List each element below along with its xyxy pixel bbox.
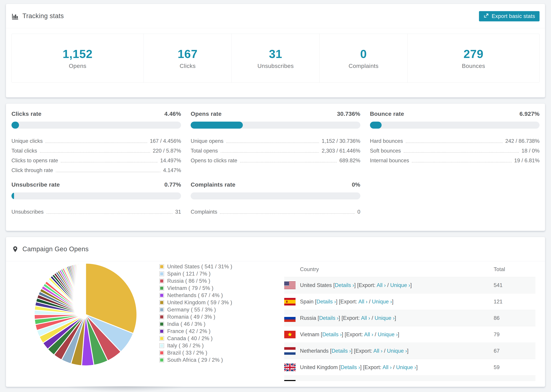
geo-opens-card: Campaign Geo Opens United States ( 541 /… bbox=[6, 237, 545, 387]
legend-swatch bbox=[159, 307, 164, 312]
rate-row-value: 31 bbox=[175, 209, 181, 215]
rate-value: 0% bbox=[352, 181, 360, 188]
rate-row-label: Total opens bbox=[191, 148, 218, 154]
details-link[interactable]: Details › bbox=[322, 331, 342, 337]
rate-progress-track bbox=[11, 192, 181, 199]
legend-item-india[interactable]: India ( 46 / 3% ) bbox=[159, 321, 232, 328]
rate-value: 6.927% bbox=[520, 111, 540, 117]
dotted-leader bbox=[412, 162, 511, 162]
summary-value: 279 bbox=[464, 47, 483, 61]
rate-row: Internal bounces19 / 6.81% bbox=[370, 154, 540, 164]
rate-rows: Unsubscribes31 bbox=[11, 205, 181, 215]
export-all-link[interactable]: All › bbox=[377, 282, 386, 288]
legend-item-vietnam[interactable]: Vietnam ( 79 / 5% ) bbox=[159, 285, 232, 292]
export-basic-stats-button[interactable]: Export basic stats bbox=[479, 11, 540, 21]
export-unique-link[interactable]: Unique › bbox=[390, 282, 410, 288]
legend-swatch-color bbox=[160, 358, 163, 362]
export-unique-link[interactable]: Unique › bbox=[387, 348, 407, 354]
export-all-link[interactable]: All › bbox=[361, 315, 370, 321]
legend-item-russia[interactable]: Russia ( 86 / 5% ) bbox=[159, 277, 232, 285]
total-cell: 79 bbox=[494, 331, 536, 338]
rate-row-value: 2,303 / 61.446% bbox=[322, 148, 360, 154]
flag-icon-es bbox=[284, 298, 296, 305]
rate-value: 4.46% bbox=[164, 111, 181, 117]
rate-title-row: Complaints rate0% bbox=[191, 181, 360, 188]
legend-item-netherlands[interactable]: Netherlands ( 67 / 4% ) bbox=[159, 292, 232, 299]
export-unique-link[interactable]: Unique › bbox=[396, 364, 416, 370]
export-unique-link[interactable]: Unique › bbox=[372, 299, 392, 305]
legend-swatch-color bbox=[160, 265, 163, 268]
rate-value: 0.77% bbox=[164, 181, 181, 188]
table-row-spain: Spain [Details ›] [Export: All › / Uniqu… bbox=[284, 293, 536, 310]
export-unique-link[interactable]: Unique › bbox=[374, 315, 395, 321]
legend-label: Brazil ( 33 / 2% ) bbox=[167, 350, 207, 356]
country-cell: United States [Details ›] [Export: All ›… bbox=[300, 282, 494, 288]
legend-label: South Africa ( 29 / 2% ) bbox=[167, 357, 223, 363]
table-row-russia: Russia [Details ›] [Export: All › / Uniq… bbox=[284, 310, 536, 326]
dotted-leader bbox=[406, 142, 502, 143]
details-link[interactable]: Details › bbox=[317, 299, 336, 305]
legend-item-united-states[interactable]: United States ( 541 / 31% ) bbox=[159, 263, 232, 270]
export-all-link[interactable]: All › bbox=[358, 299, 367, 305]
export-all-link[interactable]: All › bbox=[364, 331, 373, 337]
rate-rows: Hard bounces242 / 86.738%Soft bounces18 … bbox=[370, 134, 540, 164]
table-row-vietnam: Vietnam [Details ›] [Export: All › / Uni… bbox=[284, 326, 536, 343]
legend-swatch-color bbox=[160, 301, 163, 304]
details-link[interactable]: Details › bbox=[332, 348, 351, 354]
table-row-united-states: United States [Details ›] [Export: All ›… bbox=[284, 277, 536, 293]
details-link[interactable]: Details › bbox=[341, 364, 360, 370]
legend-label: Netherlands ( 67 / 4% ) bbox=[167, 292, 223, 298]
legend-swatch-color bbox=[160, 344, 163, 347]
dotted-leader bbox=[46, 142, 147, 143]
total-cell: 86 bbox=[494, 315, 536, 321]
details-link[interactable]: Details › bbox=[335, 282, 354, 288]
legend-item-italy[interactable]: Italy ( 36 / 2% ) bbox=[159, 342, 232, 349]
rate-title: Bounce rate bbox=[370, 111, 404, 117]
rates-grid: Clicks rate4.46%Unique clicks167 / 4.456… bbox=[6, 104, 545, 215]
dotted-leader bbox=[40, 152, 150, 153]
export-icon bbox=[483, 13, 489, 20]
rate-progress-fill bbox=[11, 122, 19, 129]
legend-item-canada[interactable]: Canada ( 40 / 2% ) bbox=[159, 335, 232, 342]
legend-item-united-kingdom[interactable]: United Kingdom ( 59 / 3% ) bbox=[159, 299, 232, 306]
legend-item-spain[interactable]: Spain ( 121 / 7% ) bbox=[159, 270, 232, 277]
summary-label: Clicks bbox=[180, 63, 196, 69]
legend-item-south-africa[interactable]: South Africa ( 29 / 2% ) bbox=[159, 357, 232, 364]
legend-item-germany[interactable]: Germany ( 55 / 3% ) bbox=[159, 306, 232, 313]
legend-swatch-color bbox=[160, 315, 163, 318]
details-link[interactable]: Details › bbox=[319, 315, 339, 321]
tracking-stats-header: Tracking stats Export basic stats bbox=[6, 4, 545, 28]
export-all-link[interactable]: All › bbox=[382, 364, 391, 370]
rate-progress-track bbox=[11, 122, 181, 129]
export-all-link[interactable]: All › bbox=[373, 348, 382, 354]
rate-title: Complaints rate bbox=[191, 181, 235, 188]
rate-row-value: 220 / 5.87% bbox=[153, 148, 181, 154]
table-row-united-kingdom: United Kingdom [Details ›] [Export: All … bbox=[284, 359, 536, 375]
legend-label: United States ( 541 / 31% ) bbox=[167, 264, 232, 270]
summary-cell-complaints: 0Complaints bbox=[319, 34, 407, 83]
legend-label: Vietnam ( 79 / 5% ) bbox=[167, 285, 213, 291]
rate-title: Opens rate bbox=[191, 111, 222, 117]
rate-row-label: Opens to clicks rate bbox=[191, 158, 237, 164]
export-unique-link[interactable]: Unique › bbox=[378, 331, 398, 337]
rate-row-label: Hard bounces bbox=[370, 138, 403, 144]
legend-item-romania[interactable]: Romania ( 49 / 3% ) bbox=[159, 313, 232, 321]
legend-label: Italy ( 36 / 2% ) bbox=[167, 343, 204, 349]
legend-label: Romania ( 49 / 3% ) bbox=[167, 314, 215, 320]
legend-swatch bbox=[159, 286, 164, 291]
legend-swatch bbox=[159, 343, 164, 348]
column-header-country: Country bbox=[300, 266, 494, 273]
legend-label: Spain ( 121 / 7% ) bbox=[167, 271, 211, 277]
rate-title-row: Unsubscribe rate0.77% bbox=[11, 181, 181, 188]
rate-value: 30.736% bbox=[337, 111, 360, 117]
geo-opens-pie-chart[interactable] bbox=[33, 261, 139, 368]
legend-swatch-color bbox=[160, 337, 163, 340]
rate-row-label: Clicks to opens rate bbox=[11, 158, 58, 164]
rate-row-label: Click through rate bbox=[11, 167, 53, 173]
rate-row-value: 19 / 6.81% bbox=[514, 158, 540, 164]
summary-label: Complaints bbox=[349, 63, 379, 69]
legend-item-france[interactable]: France ( 42 / 2% ) bbox=[159, 328, 232, 335]
summary-cell-opens: 1,152Opens bbox=[12, 34, 144, 83]
pie-slice-other[interactable] bbox=[85, 263, 85, 315]
legend-item-brazil[interactable]: Brazil ( 33 / 2% ) bbox=[159, 349, 232, 357]
